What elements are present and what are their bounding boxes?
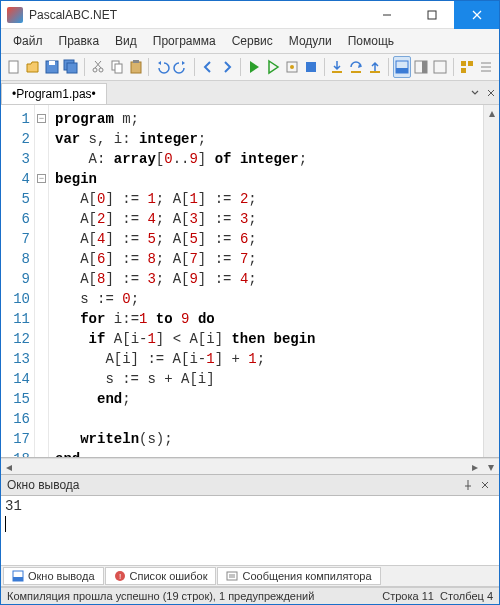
toggle-side-button[interactable] <box>412 56 430 78</box>
line-number: 3 <box>1 149 30 169</box>
svg-rect-27 <box>434 61 446 73</box>
close-button[interactable] <box>454 1 499 29</box>
step-over-button[interactable] <box>347 56 365 78</box>
svg-rect-28 <box>461 61 466 66</box>
paste-button[interactable] <box>127 56 145 78</box>
scroll-left-icon[interactable]: ◂ <box>1 459 17 474</box>
maximize-icon <box>427 10 437 20</box>
close-icon <box>481 481 489 489</box>
toggle-full-button[interactable] <box>431 56 449 78</box>
bottom-tab-output[interactable]: Окно вывода <box>3 567 104 585</box>
pin-button[interactable] <box>459 480 477 490</box>
svg-rect-16 <box>133 60 139 63</box>
toggle-output-button[interactable] <box>393 56 411 78</box>
redo-button[interactable] <box>172 56 190 78</box>
fold-toggle[interactable]: − <box>37 114 46 123</box>
copy-button[interactable] <box>108 56 126 78</box>
fold-toggle[interactable]: − <box>37 174 46 183</box>
svg-rect-29 <box>468 61 473 66</box>
save-button[interactable] <box>43 56 61 78</box>
stop-icon <box>303 59 319 75</box>
svg-rect-30 <box>461 68 466 73</box>
bottom-tab-compiler[interactable]: Сообщения компилятора <box>217 567 380 585</box>
arrow-right-icon <box>219 59 235 75</box>
panel-close-button[interactable] <box>477 481 493 489</box>
output-panel-title: Окно вывода <box>7 478 80 492</box>
svg-rect-39 <box>13 577 23 581</box>
nav-forward-button[interactable] <box>218 56 236 78</box>
code-editor[interactable]: 1 2 3 4 5 6 7 8 9 10 11 12 13 14 15 16 1… <box>1 105 499 458</box>
line-number: 8 <box>1 249 30 269</box>
compile-button[interactable] <box>283 56 301 78</box>
svg-rect-14 <box>115 64 122 73</box>
menu-modules[interactable]: Модули <box>281 31 340 51</box>
line-number: 15 <box>1 389 30 409</box>
toolbar-separator <box>148 58 149 76</box>
menubar: Файл Правка Вид Программа Сервис Модули … <box>1 29 499 54</box>
menu-program[interactable]: Программа <box>145 31 224 51</box>
line-number: 9 <box>1 269 30 289</box>
code-content[interactable]: program m; var s, i: integer; A: array[0… <box>49 105 483 457</box>
new-file-icon <box>6 59 22 75</box>
open-file-button[interactable] <box>24 56 42 78</box>
maximize-button[interactable] <box>409 1 454 29</box>
step-out-button[interactable] <box>366 56 384 78</box>
text-cursor <box>5 516 6 532</box>
svg-rect-19 <box>306 62 316 72</box>
compiler-msg-icon <box>226 570 238 582</box>
scroll-up-icon[interactable]: ▴ <box>484 105 499 121</box>
toolbar-separator <box>324 58 325 76</box>
editor-tab[interactable]: •Program1.pas• <box>1 83 107 104</box>
redo-icon <box>173 59 189 75</box>
step-out-icon <box>367 59 383 75</box>
bottom-tab-label: Окно вывода <box>28 570 95 582</box>
menu-service[interactable]: Сервис <box>224 31 281 51</box>
undo-icon <box>154 59 170 75</box>
svg-rect-20 <box>332 71 342 73</box>
tab-close-button[interactable] <box>483 89 499 97</box>
line-number: 1 <box>1 109 30 129</box>
save-all-icon <box>63 59 79 75</box>
svg-rect-21 <box>351 71 361 73</box>
tab-dropdown-button[interactable] <box>467 89 483 97</box>
svg-point-18 <box>290 65 294 69</box>
svg-rect-24 <box>396 68 408 73</box>
status-compile-msg: Компиляция прошла успешно (19 строк), 1 … <box>7 590 314 602</box>
properties-button[interactable] <box>477 56 495 78</box>
window-title: PascalABC.NET <box>29 8 364 22</box>
toolbar <box>1 54 499 81</box>
stop-button[interactable] <box>302 56 320 78</box>
undo-button[interactable] <box>153 56 171 78</box>
nav-back-button[interactable] <box>199 56 217 78</box>
horizontal-scrollbar[interactable]: ◂ ▸ ▾ <box>1 458 499 474</box>
panel-bottom-icon <box>394 59 410 75</box>
run-no-debug-button[interactable] <box>264 56 282 78</box>
menu-view[interactable]: Вид <box>107 31 145 51</box>
save-all-button[interactable] <box>62 56 80 78</box>
output-panel-body[interactable]: 31 <box>1 496 499 566</box>
line-number: 4 <box>1 169 30 189</box>
svg-point-10 <box>99 68 103 72</box>
svg-rect-22 <box>370 71 380 73</box>
toolbar-separator <box>84 58 85 76</box>
save-icon <box>44 59 60 75</box>
toolbar-separator <box>240 58 241 76</box>
step-into-button[interactable] <box>328 56 346 78</box>
scroll-right-icon[interactable]: ▸ <box>467 459 483 474</box>
minimize-button[interactable] <box>364 1 409 29</box>
close-icon <box>472 10 482 20</box>
run-button[interactable] <box>245 56 263 78</box>
new-file-button[interactable] <box>5 56 23 78</box>
bottom-tab-errors[interactable]: ! Список ошибок <box>105 567 217 585</box>
svg-rect-8 <box>67 63 77 73</box>
menu-help[interactable]: Помощь <box>340 31 402 51</box>
menu-edit[interactable]: Правка <box>51 31 108 51</box>
menu-file[interactable]: Файл <box>5 31 51 51</box>
status-line: Строка 11 <box>382 590 434 602</box>
scroll-down-icon[interactable]: ▾ <box>483 459 499 474</box>
cut-button[interactable] <box>89 56 107 78</box>
vertical-scrollbar[interactable]: ▴ <box>483 105 499 457</box>
step-over-icon <box>348 59 364 75</box>
objects-button[interactable] <box>458 56 476 78</box>
fold-gutter: − − <box>35 105 49 457</box>
